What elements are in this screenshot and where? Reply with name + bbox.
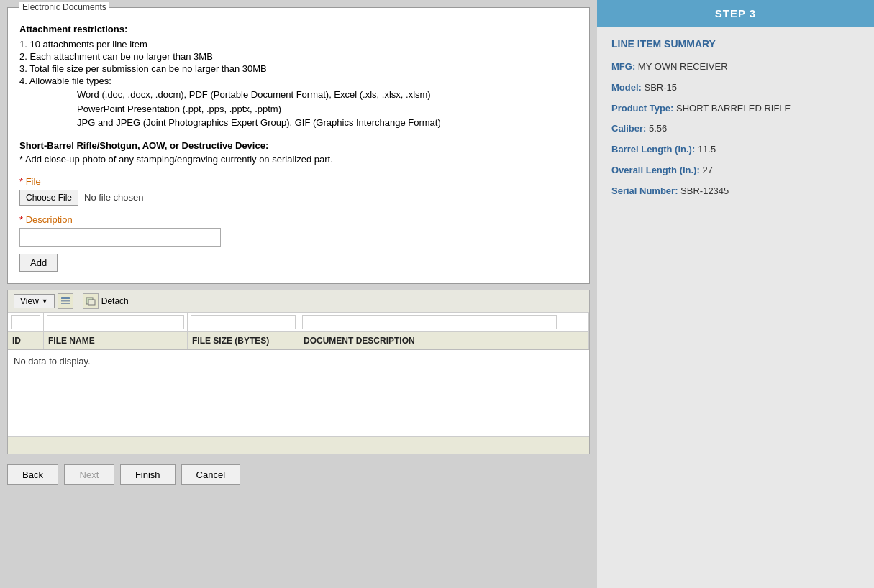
summary-row-caliber: Caliber: 5.56	[611, 121, 860, 137]
file-row: Choose File No file chosen	[19, 190, 578, 206]
main-content: Electronic Documents Attachment restrict…	[0, 0, 597, 588]
summary-value-barrel-length: 11.5	[698, 144, 716, 155]
cancel-button[interactable]: Cancel	[181, 464, 240, 485]
summary-value-model: SBR-15	[645, 82, 678, 93]
toolbar-separator	[78, 294, 78, 308]
summary-label-mfg: MFG:	[611, 61, 638, 72]
no-file-text: No file chosen	[84, 192, 143, 203]
filter-filename-input[interactable]	[47, 315, 184, 329]
next-button[interactable]: Next	[64, 464, 114, 485]
grid-header-row: ID FILE NAME FILE SIZE (BYTES) DOCUMENT …	[8, 332, 589, 350]
attachment-item-4: 4. Allowable file types:	[19, 75, 578, 86]
summary-row-model: Model: SBR-15	[611, 81, 860, 96]
detach-label: Detach	[101, 296, 129, 306]
file-label-text: File	[26, 176, 41, 187]
attachment-items: 1. 10 attachments per line item 2. Each …	[19, 39, 578, 130]
summary-label-product-type: Product Type:	[611, 103, 676, 114]
summary-label-model: Model:	[611, 82, 645, 93]
summary-value-caliber: 5.56	[649, 123, 667, 134]
summary-label-overall-length: Overall Length (In.):	[611, 165, 702, 175]
col-header-description: DOCUMENT DESCRIPTION	[299, 332, 560, 349]
right-panel: STEP 3 LINE ITEM SUMMARY MFG: MY OWN REC…	[597, 0, 874, 588]
filter-id	[8, 313, 44, 331]
detach-icon-svg	[86, 296, 96, 306]
summary-row-product-type: Product Type: SHORT BARRELED RIFLE	[611, 101, 860, 116]
attachment-restrictions-title: Attachment restrictions:	[19, 24, 578, 35]
panel-legend: Electronic Documents	[19, 2, 109, 12]
col-header-filesize: FILE SIZE (BYTES)	[188, 332, 299, 349]
summary-value-mfg: MY OWN RECEIVER	[638, 61, 728, 72]
summary-value-serial-number: SBR-12345	[680, 185, 729, 196]
view-button-label: View	[20, 296, 39, 306]
summary-label-serial-number: Serial Number:	[611, 185, 680, 196]
attachment-item-2: 2. Each attachment can be no larger than…	[19, 51, 578, 62]
summary-label-caliber: Caliber:	[611, 123, 649, 134]
description-input[interactable]	[19, 228, 221, 247]
file-types-line2: PowerPoint Presentation (.ppt, .pps, .pp…	[77, 102, 578, 116]
sbr-title: Short-Barrel Rifle/Shotgun, AOW, or Dest…	[19, 140, 578, 151]
filter-action	[560, 313, 589, 331]
col-header-action	[560, 332, 589, 349]
sbr-note: * Add close-up photo of any stamping/eng…	[19, 154, 578, 165]
attachment-item-1: 1. 10 attachments per line item	[19, 39, 578, 50]
detach-button[interactable]: Detach	[101, 296, 129, 306]
filter-filename	[44, 313, 188, 331]
filter-filesize	[188, 313, 299, 331]
summary-label-barrel-length: Barrel Length (In.):	[611, 144, 698, 155]
summary-value-overall-length: 27	[702, 165, 712, 175]
back-button[interactable]: Back	[7, 464, 58, 485]
description-label-text: Description	[26, 214, 73, 225]
summary-row-mfg: MFG: MY OWN RECEIVER	[611, 60, 860, 75]
grid-body: No data to display.	[8, 350, 589, 436]
filter-id-input[interactable]	[11, 315, 40, 329]
summary-content: LINE ITEM SUMMARY MFG: MY OWN RECEIVER M…	[597, 27, 874, 216]
summary-row-serial-number: Serial Number: SBR-12345	[611, 184, 860, 199]
grid-empty-message: No data to display.	[14, 356, 91, 367]
col-header-filename: FILE NAME	[44, 332, 188, 349]
file-required-star: *	[19, 176, 26, 187]
file-types-line3: JPG and JPEG (Joint Photographics Expert…	[77, 116, 578, 130]
filter-description-input[interactable]	[302, 315, 557, 329]
bottom-nav: Back Next Finish Cancel	[7, 460, 590, 490]
add-button[interactable]: Add	[19, 254, 58, 272]
grid-icon-1[interactable]	[58, 293, 73, 309]
description-required-star: *	[19, 214, 26, 225]
summary-row-overall-length: Overall Length (In.): 27	[611, 163, 860, 178]
summary-value-product-type: SHORT BARRELED RIFLE	[676, 103, 791, 114]
step-header: STEP 3	[597, 0, 874, 27]
grid-panel: View ▼ Detach	[7, 290, 590, 454]
attachment-item-3: 3. Total file size per submission can be…	[19, 63, 578, 74]
electronic-docs-panel: Electronic Documents Attachment restrict…	[7, 7, 590, 284]
choose-file-button[interactable]: Choose File	[19, 190, 78, 206]
grid-icon-2[interactable]	[83, 293, 99, 309]
svg-rect-1	[61, 300, 70, 301]
chevron-down-icon: ▼	[42, 298, 48, 305]
grid-footer	[8, 436, 589, 454]
finish-button[interactable]: Finish	[120, 464, 176, 485]
grid-filter-row	[8, 313, 589, 332]
table-icon	[60, 296, 70, 306]
col-header-id: ID	[8, 332, 44, 349]
svg-rect-0	[61, 297, 70, 299]
file-types-line1: Word (.doc, .docx, .docm), PDF (Portable…	[77, 88, 578, 102]
summary-row-barrel-length: Barrel Length (In.): 11.5	[611, 142, 860, 157]
view-button[interactable]: View ▼	[14, 294, 55, 308]
filter-description	[299, 313, 560, 331]
file-field-label: * File	[19, 176, 578, 187]
description-label: * Description	[19, 214, 578, 225]
svg-rect-2	[61, 303, 70, 304]
grid-toolbar: View ▼ Detach	[8, 290, 589, 313]
svg-rect-4	[88, 300, 95, 305]
filter-filesize-input[interactable]	[191, 315, 296, 329]
summary-title: LINE ITEM SUMMARY	[611, 38, 860, 50]
